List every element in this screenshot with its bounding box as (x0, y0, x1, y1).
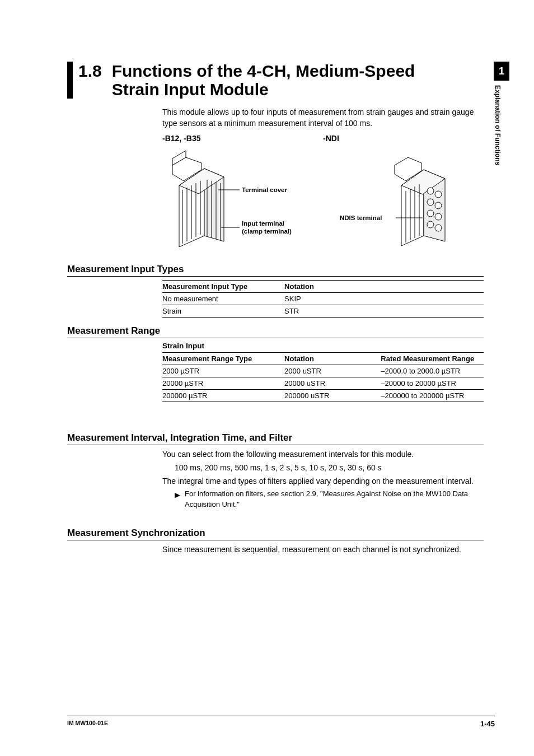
footer-page-num: 1-45 (480, 720, 495, 728)
callout-input-terminal-l2: (clamp terminal) (242, 228, 292, 235)
td: 2000 µSTR (162, 365, 284, 377)
th: Measurement Input Type (162, 280, 284, 292)
figure-left-label: -B12, -B35 (162, 134, 323, 143)
page-footer: IM MW100-01E 1-45 (67, 716, 495, 728)
section-number: 1.8 (78, 62, 102, 80)
table-row: 20000 µSTR 20000 uSTR –20000 to 20000 µS… (162, 377, 484, 389)
td: SKIP (284, 292, 484, 305)
svg-point-24 (435, 191, 442, 198)
td: 20000 µSTR (162, 377, 284, 389)
td: No measurement (162, 292, 284, 305)
table-range: Measurement Range Type Notation Rated Me… (162, 352, 484, 402)
table-input-types: Measurement Input Type Notation No measu… (162, 280, 484, 318)
table-row: Strain STR (162, 305, 484, 317)
td: –2000.0 to 2000.0 µSTR (381, 365, 484, 377)
interval-p1: You can select from the following measur… (162, 449, 484, 460)
figure-right-label: -NDI (323, 134, 484, 143)
th: Notation (284, 280, 484, 292)
td: Strain (162, 305, 284, 317)
svg-point-27 (435, 225, 442, 231)
td: 2000 uSTR (284, 365, 381, 377)
callout-terminal-cover: Terminal cover (242, 186, 287, 193)
table-row: 2000 µSTR 2000 uSTR –2000.0 to 2000.0 µS… (162, 365, 484, 377)
intro-text: This module allows up to four inputs of … (162, 106, 484, 129)
heading-interval: Measurement Interval, Integration Time, … (67, 432, 484, 445)
footer-doc-id: IM MW100-01E (67, 720, 108, 728)
table-subtitle-strain: Strain Input (162, 342, 484, 350)
td: 200000 uSTR (284, 389, 381, 402)
th: Measurement Range Type (162, 352, 284, 365)
triangle-icon: ▶ (175, 490, 180, 500)
header-accent-bar (67, 62, 73, 99)
svg-point-20 (427, 188, 434, 194)
heading-sync: Measurement Synchronization (67, 528, 484, 540)
section-header: 1.8 Functions of the 4-CH, Medium-Speed … (67, 62, 495, 99)
section-title: Functions of the 4-CH, Medium-Speed Stra… (112, 62, 495, 99)
td: –20000 to 20000 µSTR (381, 377, 484, 389)
callout-ndis-terminal: NDIS terminal (340, 214, 382, 221)
heading-range: Measurement Range (67, 325, 484, 338)
sync-p1: Since measurement is sequential, measure… (162, 544, 484, 555)
module-ndi-illustration: NDIS terminal (323, 146, 469, 247)
td: STR (284, 305, 484, 317)
td: 20000 uSTR (284, 377, 381, 389)
svg-point-23 (427, 221, 434, 228)
th: Notation (284, 352, 381, 365)
interval-note: ▶ For information on filters, see sectio… (175, 489, 484, 509)
svg-point-25 (435, 202, 442, 209)
svg-point-26 (435, 213, 442, 220)
td: 200000 µSTR (162, 389, 284, 402)
th: Rated Measurement Range (381, 352, 484, 365)
table-row: 200000 µSTR 200000 uSTR –200000 to 20000… (162, 389, 484, 402)
figure-row: -B12, -B35 (162, 134, 484, 247)
module-b12-illustration: Terminal cover Input terminal (clamp ter… (162, 146, 308, 247)
svg-point-21 (427, 199, 434, 206)
heading-input-types: Measurement Input Types (67, 264, 484, 277)
note-text: For information on filters, see section … (185, 489, 468, 508)
table-row: No measurement SKIP (162, 292, 484, 305)
td: –200000 to 200000 µSTR (381, 389, 484, 402)
interval-p3: The integral time and types of filters a… (162, 475, 484, 487)
callout-input-terminal-l1: Input terminal (242, 220, 284, 227)
svg-point-22 (427, 210, 434, 217)
interval-values: 100 ms, 200 ms, 500 ms, 1 s, 2 s, 5 s, 1… (175, 462, 484, 473)
